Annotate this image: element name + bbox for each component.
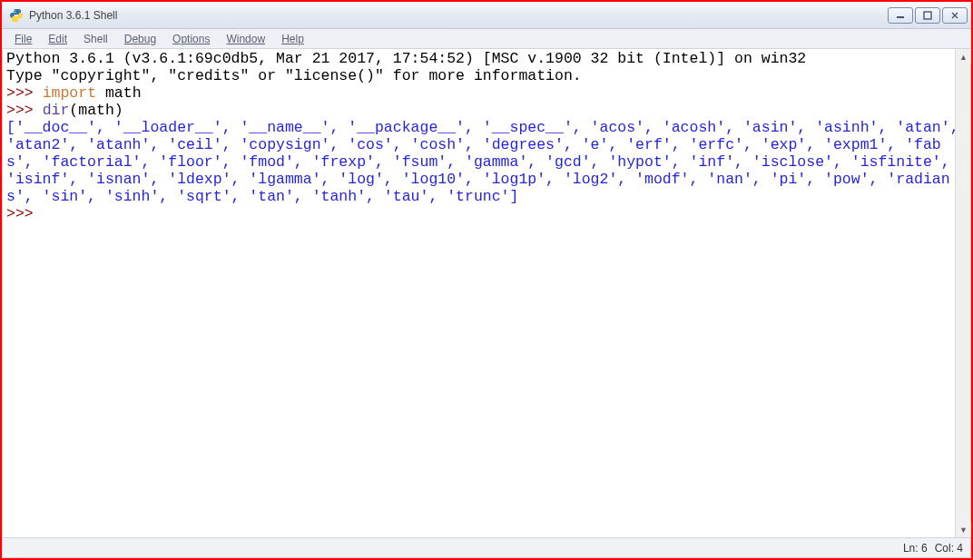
statusbar: Ln: 6 Col: 4 bbox=[3, 537, 970, 557]
svg-rect-3 bbox=[924, 12, 931, 19]
prompt: >>> bbox=[6, 205, 34, 222]
editor-frame: Python 3.6.1 (v3.6.1:69c0db5, Mar 21 201… bbox=[2, 49, 971, 558]
shell-text-area[interactable]: Python 3.6.1 (v3.6.1:69c0db5, Mar 21 201… bbox=[3, 49, 970, 537]
menu-shell[interactable]: Shell bbox=[76, 31, 115, 47]
menu-edit[interactable]: Edit bbox=[41, 31, 74, 47]
app-window: Python 3.6.1 Shell File Edit Shell Debug… bbox=[0, 0, 973, 560]
scroll-down-icon[interactable]: ▼ bbox=[956, 522, 971, 537]
dir-output: ['__doc__', '__loader__', '__name__', '_… bbox=[6, 119, 968, 205]
svg-point-1 bbox=[17, 19, 18, 20]
status-col: Col: 4 bbox=[935, 542, 963, 555]
maximize-button[interactable] bbox=[915, 7, 940, 24]
svg-rect-2 bbox=[897, 16, 904, 18]
menu-debug[interactable]: Debug bbox=[117, 31, 163, 47]
module-name: math bbox=[96, 84, 142, 102]
call-args: (math) bbox=[69, 102, 123, 119]
minimize-button[interactable] bbox=[888, 7, 913, 24]
banner-line-1: Python 3.6.1 (v3.6.1:69c0db5, Mar 21 201… bbox=[6, 50, 806, 67]
menu-window[interactable]: Window bbox=[219, 31, 272, 47]
keyword-import: import bbox=[43, 84, 96, 102]
menubar: File Edit Shell Debug Options Window Hel… bbox=[2, 29, 971, 49]
menu-file[interactable]: File bbox=[7, 31, 39, 47]
status-line: Ln: 6 bbox=[903, 542, 928, 555]
banner-line-2: Type "copyright", "credits" or "license(… bbox=[6, 67, 582, 84]
python-icon bbox=[9, 8, 24, 23]
window-controls bbox=[888, 7, 968, 24]
vertical-scrollbar[interactable]: ▲ ▼ bbox=[955, 49, 970, 537]
scroll-up-icon[interactable]: ▲ bbox=[956, 49, 971, 64]
window-title: Python 3.6.1 Shell bbox=[29, 9, 888, 22]
prompt: >>> bbox=[6, 102, 34, 119]
close-button[interactable] bbox=[942, 7, 968, 24]
prompt: >>> bbox=[6, 84, 34, 102]
menu-options[interactable]: Options bbox=[165, 31, 217, 47]
svg-point-0 bbox=[14, 10, 15, 11]
builtin-dir: dir bbox=[43, 102, 70, 119]
titlebar[interactable]: Python 3.6.1 Shell bbox=[2, 2, 971, 29]
menu-help[interactable]: Help bbox=[274, 31, 311, 47]
